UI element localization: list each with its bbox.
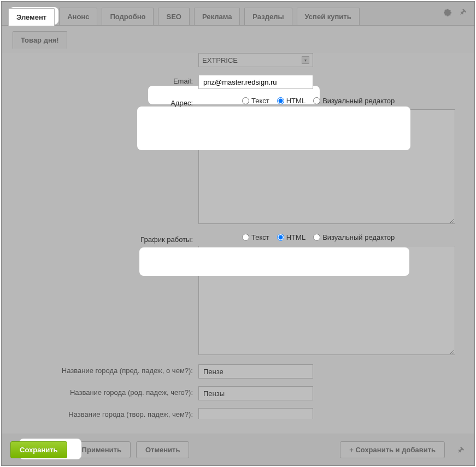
- city-instr-label: Название города (твор. падеж, чем?):: [23, 408, 198, 418]
- tab-ad[interactable]: Реклама: [194, 8, 240, 25]
- city-prep-label: Название города (пред. падеж, о чем?):: [23, 364, 198, 375]
- pin-icon[interactable]: [458, 7, 468, 17]
- gear-icon[interactable]: [443, 7, 453, 17]
- tab-seo[interactable]: SEO: [158, 8, 189, 25]
- email-input[interactable]: [198, 75, 313, 89]
- email-label: Email:: [23, 75, 198, 85]
- city-instr-input[interactable]: [198, 408, 313, 419]
- city-gen-input[interactable]: [198, 386, 313, 400]
- address-mode-radios: Текст HTML Визуальный редактор: [198, 97, 463, 109]
- footer-pin-icon[interactable]: [456, 445, 466, 455]
- schedule-radio-visual[interactable]: Визуальный редактор: [313, 233, 395, 241]
- schedule-radio-html[interactable]: HTML: [277, 233, 305, 241]
- schedule-mode-radios: Текст HTML Визуальный редактор: [198, 233, 463, 246]
- save-button[interactable]: Сохранить: [10, 441, 67, 458]
- tab-element[interactable]: Элемент: [8, 8, 55, 26]
- address-radio-text[interactable]: Текст: [242, 97, 269, 105]
- tab-anons[interactable]: Анонс: [59, 8, 97, 25]
- main-tabbar: Элемент Анонс Подробно SEO Реклама Разде…: [2, 2, 474, 26]
- select-value: EXTPRICE: [202, 56, 238, 64]
- schedule-radio-text[interactable]: Текст: [242, 233, 269, 241]
- subtab-deal-of-day[interactable]: Товар дня!: [13, 31, 67, 49]
- tab-detail[interactable]: Подробно: [102, 8, 154, 25]
- city-prep-input[interactable]: [198, 364, 313, 379]
- admin-panel: Элемент Анонс Подробно SEO Реклама Разде…: [1, 1, 475, 466]
- chevron-down-icon: ▾: [302, 56, 309, 64]
- empty-label: [23, 53, 198, 55]
- address-radio-html[interactable]: HTML: [277, 97, 305, 105]
- city-gen-label: Название города (род. падеж, чего?):: [23, 386, 198, 397]
- tab-buy-now[interactable]: Успей купить: [297, 8, 360, 25]
- cancel-button[interactable]: Отменить: [136, 441, 190, 458]
- sub-tabbar: Товар дня!: [2, 26, 474, 53]
- address-radio-visual[interactable]: Визуальный редактор: [313, 97, 395, 105]
- tab-sections[interactable]: Разделы: [244, 8, 292, 25]
- schedule-label: График работы:: [23, 233, 198, 244]
- extprice-select[interactable]: EXTPRICE ▾: [198, 53, 313, 67]
- address-label: Адрес:: [23, 97, 198, 107]
- save-and-add-button[interactable]: Сохранить и добавить: [340, 441, 445, 458]
